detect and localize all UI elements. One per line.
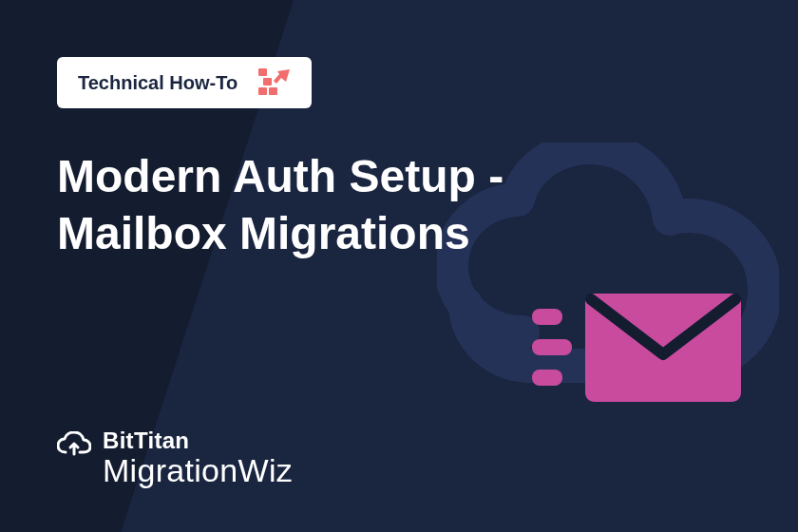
- category-badge: Technical How-To: [57, 57, 312, 108]
- svg-rect-3: [258, 87, 267, 95]
- svg-rect-4: [269, 87, 277, 95]
- svg-rect-6: [258, 68, 267, 76]
- svg-rect-5: [263, 78, 272, 86]
- bricks-trowel-icon: [258, 68, 291, 97]
- content-area: Technical How-To Modern Auth Setup - Mai…: [0, 0, 798, 532]
- category-badge-label: Technical How-To: [78, 72, 238, 94]
- svg-rect-1: [532, 339, 572, 355]
- brand-company-name: BitTitan: [103, 429, 293, 452]
- brand-product-name: MigrationWiz: [103, 454, 293, 486]
- svg-rect-2: [532, 370, 562, 386]
- page-title: Modern Auth Setup - Mailbox Migrations: [57, 148, 665, 262]
- cloud-upload-icon: [57, 431, 91, 460]
- brand-lockup: BitTitan MigrationWiz: [57, 429, 741, 494]
- mail-motion-icon: [532, 276, 741, 423]
- brand-text: BitTitan MigrationWiz: [103, 429, 293, 486]
- svg-rect-0: [532, 309, 562, 325]
